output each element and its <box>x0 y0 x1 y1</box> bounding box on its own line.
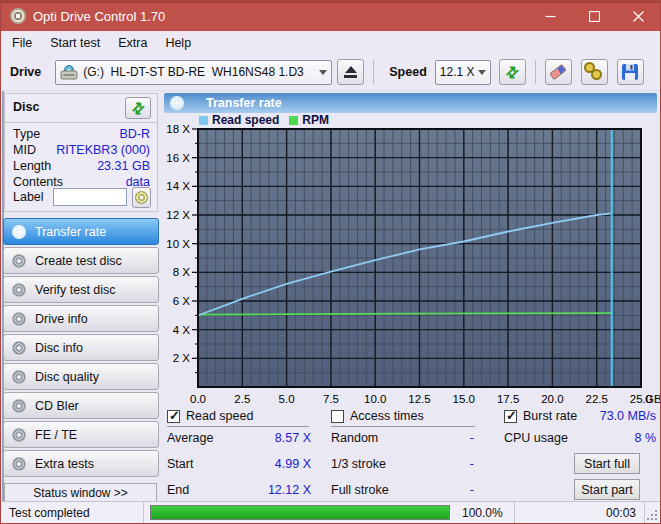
sidebar-item-verify-test-disc[interactable]: Verify test disc <box>3 276 159 303</box>
burst-rate-checkbox-row: Burst rate <box>504 408 577 424</box>
average-label: Average <box>167 431 213 445</box>
menu-start-test[interactable]: Start test <box>41 33 109 53</box>
disc-refresh-button[interactable]: ⇅ <box>125 97 151 119</box>
svg-text:5.0: 5.0 <box>279 393 295 405</box>
random-value: - <box>401 431 474 445</box>
disc-icon <box>12 370 26 384</box>
sidebar-item-cd-bler[interactable]: CD Bler <box>3 392 159 419</box>
write-label-button[interactable] <box>132 187 151 208</box>
disc-icon <box>12 312 26 326</box>
svg-text:12.5: 12.5 <box>408 393 430 405</box>
speed-select[interactable]: 12.1 X <box>435 60 491 85</box>
close-button[interactable] <box>616 1 660 31</box>
random-label: Random <box>331 431 378 445</box>
svg-text:22.5: 22.5 <box>586 393 608 405</box>
disc-lightning-icon <box>170 96 184 110</box>
refresh-speed-button[interactable]: ⇅ <box>499 59 526 85</box>
speed-label: Speed <box>389 65 427 79</box>
eject-button[interactable] <box>337 59 364 85</box>
access-times-checkbox[interactable] <box>331 410 344 423</box>
menubar: File Start test Extra Help <box>2 31 659 54</box>
menu-file[interactable]: File <box>2 33 41 53</box>
burst-rate-checkbox[interactable] <box>504 410 517 423</box>
chart-plot: 2 X4 X6 X8 X10 X12 X14 X16 X18 X0.02.55.… <box>164 125 661 409</box>
sidebar-item-create-test-disc[interactable]: Create test disc <box>3 247 159 274</box>
sidebar-item-disc-info[interactable]: Disc info <box>3 334 159 361</box>
speed-value: 12.1 X <box>440 65 475 79</box>
refresh-arrows-icon: ⇅ <box>503 62 523 82</box>
burst-rate-value: 73.0 MB/s <box>576 409 656 423</box>
progress-bar <box>150 505 450 520</box>
svg-text:18 X: 18 X <box>166 125 190 135</box>
svg-text:0.0: 0.0 <box>190 393 206 405</box>
minimize-button[interactable] <box>528 1 572 31</box>
disc-info-panel: Disc ⇅ Type BD-R MID RITEKBR3 (000) Leng… <box>4 93 158 212</box>
drive-value: (G:) HL-DT-ST BD-RE WH16NS48 1.D3 <box>83 65 304 79</box>
drive-select[interactable]: (G:) HL-DT-ST BD-RE WH16NS48 1.D3 <box>55 60 332 85</box>
rpm-legend-swatch <box>289 116 298 125</box>
elapsed-time: 00:03 <box>582 502 644 523</box>
tools-button[interactable] <box>581 59 608 85</box>
sidebar: Transfer rate Create test disc Verify te… <box>3 218 159 477</box>
svg-text:10.0: 10.0 <box>364 393 386 405</box>
status-text: Test completed <box>1 502 143 523</box>
toolbar: Drive (G:) HL-DT-ST BD-RE WH16NS48 1.D3 … <box>2 54 659 91</box>
start-label: Start <box>167 457 193 471</box>
one-third-stroke-value: - <box>401 457 474 471</box>
start-part-button[interactable]: Start part <box>574 479 640 500</box>
floppy-disk-icon <box>621 63 639 81</box>
one-third-stroke-label: 1/3 stroke <box>331 457 386 471</box>
sidebar-item-transfer-rate[interactable]: Transfer rate <box>3 218 159 245</box>
svg-text:8 X: 8 X <box>173 266 191 278</box>
erase-button[interactable] <box>545 59 572 85</box>
status-window-button[interactable]: Status window >> <box>4 483 157 503</box>
progress-cell <box>144 502 456 523</box>
disc-mid-row: MID RITEKBR3 (000) <box>13 143 150 158</box>
disc-panel-title: Disc <box>13 100 39 114</box>
disc-length-row: Length 23.31 GB <box>13 159 150 174</box>
disc-lightning-icon <box>12 225 26 239</box>
window-title: Opti Drive Control 1.70 <box>33 9 165 24</box>
end-label: End <box>167 483 189 497</box>
disc-icon <box>12 283 26 297</box>
sidebar-item-fe-te[interactable]: FE / TE <box>3 421 159 448</box>
svg-text:7.5: 7.5 <box>323 393 339 405</box>
disc-icon <box>135 191 148 204</box>
menu-extra[interactable]: Extra <box>109 33 156 53</box>
disc-icon <box>12 428 26 442</box>
read-speed-checkbox-row: Read speed <box>167 408 253 424</box>
svg-text:4 X: 4 X <box>173 324 191 336</box>
save-button[interactable] <box>617 59 644 85</box>
svg-text:2 X: 2 X <box>173 352 191 364</box>
disc-icon <box>12 254 26 268</box>
maximize-button[interactable] <box>572 1 616 31</box>
progress-fill <box>151 506 449 519</box>
start-full-button[interactable]: Start full <box>574 453 640 474</box>
svg-text:10 X: 10 X <box>166 238 190 250</box>
menu-help[interactable]: Help <box>156 33 200 53</box>
disc-type-row: Type BD-R <box>13 127 150 142</box>
app-window: Opti Drive Control 1.70 File Start test … <box>0 0 661 524</box>
cpu-usage-value: 8 % <box>576 431 656 445</box>
disc-icon <box>12 341 26 355</box>
transfer-rate-chart: 2 X4 X6 X8 X10 X12 X14 X16 X18 X0.02.55.… <box>164 125 661 409</box>
disc-icon <box>12 399 26 413</box>
eject-icon <box>345 66 357 73</box>
svg-text:15.0: 15.0 <box>453 393 475 405</box>
sidebar-item-extra-tests[interactable]: Extra tests <box>3 450 159 477</box>
disc-label-input[interactable] <box>53 188 127 206</box>
svg-text:GB: GB <box>645 393 661 405</box>
full-stroke-value: - <box>401 483 474 497</box>
svg-text:6 X: 6 X <box>173 295 191 307</box>
end-value: 12.12 X <box>231 483 311 497</box>
disc-label-row: Label <box>13 186 151 208</box>
close-icon <box>633 11 644 22</box>
panel-title: Transfer rate <box>206 96 282 110</box>
cpu-usage-label: CPU usage <box>504 431 568 445</box>
sidebar-item-drive-info[interactable]: Drive info <box>3 305 159 332</box>
resize-grip-icon[interactable] <box>645 502 660 523</box>
chevron-down-icon <box>319 70 327 75</box>
gears-icon <box>584 62 604 82</box>
sidebar-item-disc-quality[interactable]: Disc quality <box>3 363 159 390</box>
read-speed-checkbox[interactable] <box>167 410 180 423</box>
